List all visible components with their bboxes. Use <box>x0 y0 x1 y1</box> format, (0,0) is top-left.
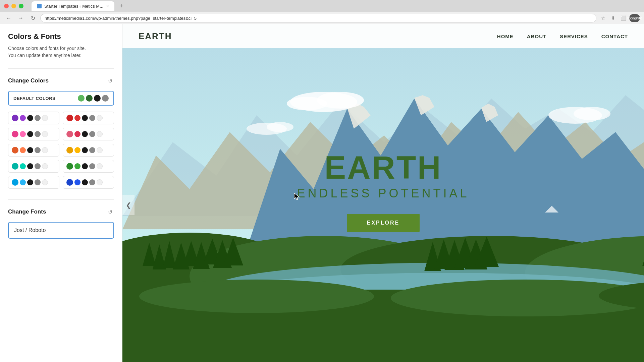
color-palette-yellow[interactable] <box>63 144 114 157</box>
swatch-teal-3 <box>27 163 33 169</box>
download-icon[interactable]: ⬇ <box>609 14 617 22</box>
color-palette-red-1[interactable] <box>63 112 114 124</box>
swatch-yellow-1 <box>66 147 73 154</box>
swatch-pink2-5 <box>97 131 103 137</box>
minimize-dot[interactable] <box>11 4 16 8</box>
color-palette-orange[interactable] <box>8 144 59 157</box>
swatch-yellow-4 <box>89 147 95 153</box>
svg-point-13 <box>267 122 293 132</box>
browser-chrome: Starter Templates ‹ Metics M... ✕ + ← → … <box>0 0 644 24</box>
swatch-red1-5 <box>97 115 103 121</box>
swatch-pink2-2 <box>74 131 80 137</box>
svg-point-11 <box>574 107 610 120</box>
change-colors-title: Change Colors <box>8 77 49 84</box>
swatch-green-5 <box>97 163 103 169</box>
color-palette-teal[interactable] <box>8 160 59 173</box>
color-palette-blue-dark[interactable] <box>63 176 114 189</box>
address-bar[interactable]: https://meticsmedia1.com/wp-admin/themes… <box>40 14 596 22</box>
default-colors-label: DEFAULT COLORS <box>13 96 75 101</box>
tab-close-icon[interactable]: ✕ <box>106 4 109 8</box>
sidebar-panel: Colors & Fonts Choose colors and fonts f… <box>0 24 122 362</box>
nav-contact[interactable]: CONTACT <box>601 34 628 39</box>
maximize-dot[interactable] <box>19 4 23 8</box>
swatch-orange-4 <box>35 147 41 153</box>
address-text: https://meticsmedia1.com/wp-admin/themes… <box>45 16 197 21</box>
swatch-teal-2 <box>20 163 26 169</box>
swatch-green-3 <box>82 163 88 169</box>
earth-preview: EARTH HOME ABOUT SERVICES CONTACT <box>122 24 644 362</box>
swatch-purple-3 <box>27 115 33 121</box>
tab-title: Starter Templates ‹ Metics M... <box>44 4 103 9</box>
color-palette-purple[interactable] <box>8 112 59 124</box>
swatch-pink1-3 <box>27 131 33 137</box>
incognito-icon: Incognito <box>629 14 640 22</box>
earth-logo: EARTH <box>139 31 172 42</box>
swatch-red1-3 <box>82 115 88 121</box>
nav-home[interactable]: HOME <box>497 34 514 39</box>
reset-colors-button[interactable]: ↺ <box>106 77 114 85</box>
tab-favicon <box>37 4 42 8</box>
sidebar-title: Colors & Fonts <box>8 32 114 41</box>
color-swatches-grid <box>8 112 114 189</box>
font-selector-button[interactable]: Jost / Roboto <box>8 222 114 239</box>
swatch-pink1-4 <box>35 131 41 137</box>
browser-tab[interactable]: Starter Templates ‹ Metics M... ✕ <box>32 1 114 11</box>
back-button[interactable]: ← <box>4 13 13 23</box>
forward-button[interactable]: → <box>16 13 25 23</box>
default-color-4 <box>102 95 109 102</box>
swatch-bluelight-1 <box>12 179 18 186</box>
swatch-bluelight-5 <box>42 179 48 185</box>
reset-fonts-button[interactable]: ↺ <box>106 208 114 216</box>
toolbar-actions: ☆ ⬇ ⬜ Incognito <box>599 14 640 22</box>
earth-navigation: EARTH HOME ABOUT SERVICES CONTACT <box>122 24 644 48</box>
swatch-pink2-3 <box>82 131 88 137</box>
svg-point-48 <box>139 280 374 313</box>
close-dot[interactable] <box>4 4 9 8</box>
swatch-green-4 <box>89 163 95 169</box>
nav-services[interactable]: SERVICES <box>560 34 588 39</box>
swatch-teal-4 <box>35 163 41 169</box>
swatch-bluelight-3 <box>27 179 33 185</box>
swatch-pink1-1 <box>12 131 18 137</box>
swatch-purple-1 <box>12 115 18 121</box>
explore-button[interactable]: EXPLORE <box>347 214 420 232</box>
extensions-icon[interactable]: ⬜ <box>619 14 627 22</box>
hero-title: EARTH <box>297 152 469 184</box>
swatch-red1-1 <box>66 115 73 121</box>
change-fonts-section-header: Change Fonts ↺ <box>8 208 114 216</box>
main-layout: Colors & Fonts Choose colors and fonts f… <box>0 24 644 362</box>
new-tab-button[interactable]: + <box>117 1 126 11</box>
color-palette-blue-light[interactable] <box>8 176 59 189</box>
change-colors-section-header: Change Colors ↺ <box>8 77 114 85</box>
swatch-pink1-2 <box>20 131 26 137</box>
swatch-orange-3 <box>27 147 33 153</box>
default-color-2 <box>86 95 93 102</box>
default-color-3 <box>94 95 101 102</box>
swatch-bluedark-3 <box>82 179 88 185</box>
default-color-dots <box>78 95 109 102</box>
color-palette-pink-1[interactable] <box>8 128 59 140</box>
carousel-left-arrow[interactable]: ❮ <box>122 195 135 215</box>
swatch-purple-4 <box>35 115 41 121</box>
reload-button[interactable]: ↻ <box>28 13 38 23</box>
swatch-bluedark-5 <box>97 179 103 185</box>
swatch-purple-5 <box>42 115 48 121</box>
color-palette-green[interactable] <box>63 160 114 173</box>
browser-titlebar: Starter Templates ‹ Metics M... ✕ + <box>0 0 644 12</box>
swatch-bluedark-2 <box>74 179 80 185</box>
sidebar-description: Choose colors and fonts for your site. Y… <box>8 45 114 59</box>
swatch-bluedark-1 <box>66 179 73 186</box>
swatch-green-1 <box>66 163 73 170</box>
bookmark-icon[interactable]: ☆ <box>599 14 607 22</box>
swatch-red1-4 <box>89 115 95 121</box>
swatch-orange-5 <box>42 147 48 153</box>
earth-nav-links: HOME ABOUT SERVICES CONTACT <box>497 34 628 39</box>
hero-content: EARTH ENDLESS POTENTIAL EXPLORE <box>297 152 469 232</box>
nav-about[interactable]: ABOUT <box>527 34 546 39</box>
swatch-pink2-1 <box>66 131 73 137</box>
preview-area: EARTH HOME ABOUT SERVICES CONTACT <box>122 24 644 362</box>
color-palette-pink-2[interactable] <box>63 128 114 140</box>
hero-subtitle: ENDLESS POTENTIAL <box>297 186 469 200</box>
swatch-yellow-2 <box>74 147 80 153</box>
default-colors-button[interactable]: DEFAULT COLORS <box>8 91 114 106</box>
